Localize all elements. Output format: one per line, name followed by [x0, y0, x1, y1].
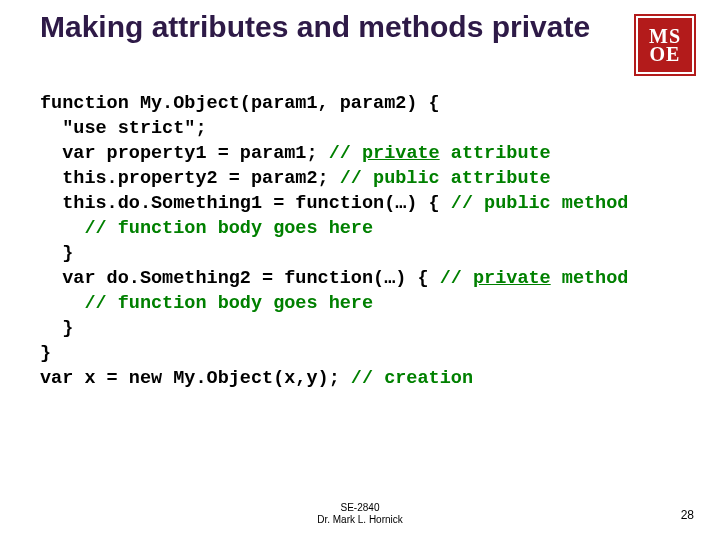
code-line-10: }: [62, 318, 73, 339]
code-line-12-code: var x = new My.Object(x,y);: [40, 368, 351, 389]
code-line-9-comment: // function body goes here: [84, 293, 373, 314]
code-line-5-code: this.do.Something1 = function(…) {: [62, 193, 451, 214]
code-line-8-c2: private: [473, 268, 551, 289]
slide: Making attributes and methods private MS…: [0, 0, 720, 540]
code-line-6-comment: // function body goes here: [84, 218, 373, 239]
code-line-3-c1: //: [329, 143, 362, 164]
slide-footer: SE-2840 Dr. Mark L. Hornick: [0, 502, 720, 526]
code-line-4-code: this.property2 = param2;: [62, 168, 340, 189]
page-number: 28: [681, 508, 694, 522]
msoe-logo-inner: MS OE: [636, 16, 694, 74]
msoe-logo: MS OE: [634, 14, 696, 76]
code-line-11: }: [40, 343, 51, 364]
code-line-12-comment: // creation: [351, 368, 473, 389]
code-line-4-comment: // public attribute: [340, 168, 551, 189]
footer-line-2: Dr. Mark L. Hornick: [0, 514, 720, 526]
code-line-3-c2: private: [362, 143, 440, 164]
code-block: function My.Object(param1, param2) { "us…: [40, 92, 680, 392]
code-line-8-code: var do.Something2 = function(…) {: [62, 268, 439, 289]
code-line-3-code: var property1 = param1;: [62, 143, 328, 164]
code-line-2: "use strict";: [62, 118, 206, 139]
logo-text-row2: OE: [650, 45, 681, 63]
code-line-7: }: [62, 243, 73, 264]
code-line-8-c3: method: [551, 268, 629, 289]
code-line-8-c1: //: [440, 268, 473, 289]
code-line-1: function My.Object(param1, param2) {: [40, 93, 440, 114]
code-line-3-c3: attribute: [440, 143, 551, 164]
slide-title: Making attributes and methods private: [40, 10, 600, 45]
code-line-5-comment: // public method: [451, 193, 629, 214]
footer-line-1: SE-2840: [0, 502, 720, 514]
